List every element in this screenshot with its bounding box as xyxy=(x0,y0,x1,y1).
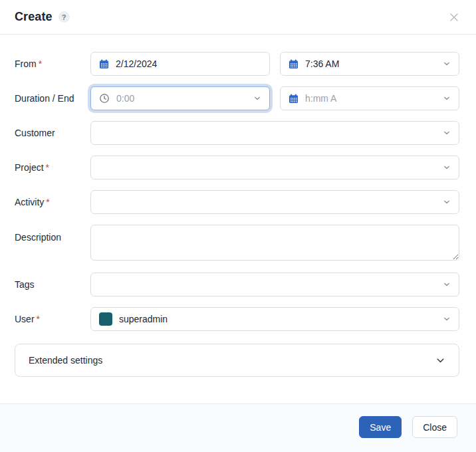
user-avatar xyxy=(99,312,112,326)
chevron-down-icon xyxy=(437,315,451,323)
chevron-down-icon xyxy=(437,94,451,102)
calendar-icon xyxy=(99,59,109,69)
end-time-select[interactable] xyxy=(280,86,459,110)
help-icon[interactable]: ? xyxy=(59,11,70,23)
user-value: superadmin xyxy=(119,314,437,324)
description-label: Description xyxy=(15,225,90,243)
project-select[interactable] xyxy=(90,156,459,179)
form-row-activity: Activity* xyxy=(15,190,459,214)
description-textarea[interactable] xyxy=(90,225,459,261)
required-asterisk: * xyxy=(46,197,49,207)
dialog-header: Create ? xyxy=(0,0,476,35)
close-icon[interactable] xyxy=(447,10,461,25)
from-time-select[interactable]: 7:36 AM xyxy=(280,52,459,76)
form-row-user: User* superadmin xyxy=(15,307,459,331)
form-row-project: Project* xyxy=(15,156,459,179)
duration-select[interactable] xyxy=(90,86,270,110)
form-row-tags: Tags xyxy=(15,273,459,296)
create-dialog: Create ? From* xyxy=(0,0,476,452)
activity-select[interactable] xyxy=(90,190,459,214)
form-row-duration-end: Duration / End xyxy=(15,86,459,110)
form-row-from: From* xyxy=(15,52,459,76)
tags-select[interactable] xyxy=(90,273,459,296)
required-asterisk: * xyxy=(37,314,40,324)
required-asterisk: * xyxy=(46,162,49,173)
project-label: Project* xyxy=(15,162,90,173)
chevron-down-icon xyxy=(437,129,451,137)
customer-select[interactable] xyxy=(90,121,459,145)
duration-end-label: Duration / End xyxy=(15,93,90,104)
customer-label: Customer xyxy=(15,128,90,138)
from-date-input[interactable] xyxy=(116,53,261,75)
close-button[interactable]: Close xyxy=(412,416,457,438)
calendar-icon xyxy=(289,94,298,104)
duration-input[interactable] xyxy=(116,87,248,110)
chevron-down-icon xyxy=(437,198,451,206)
extended-settings-toggle[interactable]: Extended settings xyxy=(15,344,459,377)
extended-settings-label: Extended settings xyxy=(29,355,102,366)
required-asterisk: * xyxy=(39,58,42,69)
chevron-down-icon xyxy=(437,60,451,68)
from-time-value: 7:36 AM xyxy=(305,58,437,69)
dialog-body: From* xyxy=(0,35,476,377)
calendar-icon xyxy=(289,59,298,69)
tags-label: Tags xyxy=(15,279,90,290)
activity-label: Activity* xyxy=(15,197,90,207)
from-label: From* xyxy=(15,58,90,69)
save-button[interactable]: Save xyxy=(359,416,402,438)
form-row-customer: Customer xyxy=(15,121,459,145)
chevron-down-icon xyxy=(248,94,261,102)
dialog-footer: Save Close xyxy=(0,403,476,452)
from-date-input-wrap[interactable] xyxy=(90,52,270,76)
clock-icon xyxy=(99,93,110,104)
chevron-down-icon xyxy=(437,164,451,171)
chevron-down-icon xyxy=(437,281,451,288)
form-row-description: Description xyxy=(15,225,459,261)
chevron-down-icon xyxy=(435,356,445,366)
user-select[interactable]: superadmin xyxy=(90,307,459,331)
dialog-title: Create xyxy=(15,10,53,24)
user-label: User* xyxy=(15,314,90,324)
end-time-input[interactable] xyxy=(305,87,437,110)
